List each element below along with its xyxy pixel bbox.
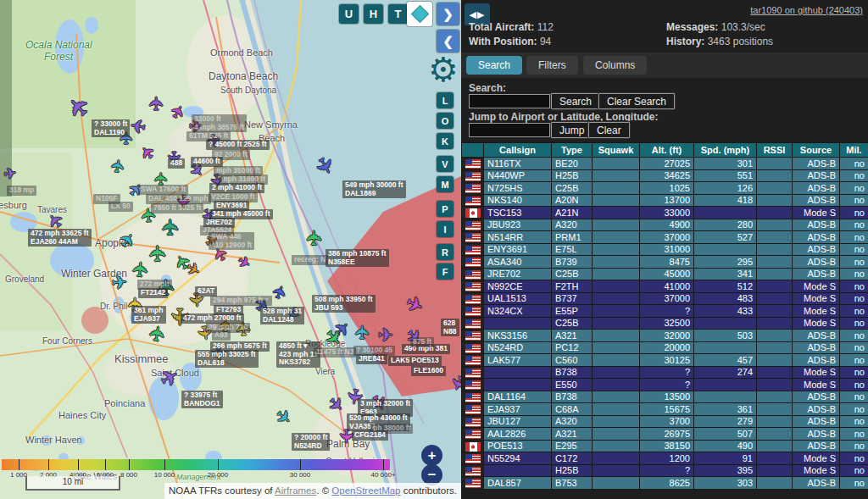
aircraft-icon[interactable]: ✈	[146, 324, 169, 344]
table-row[interactable]: JBU923A3204900280ADS-Bno	[462, 219, 868, 231]
aircraft-icon[interactable]: ✈	[353, 324, 372, 340]
map-button-f[interactable]: F	[437, 263, 453, 280]
aircraft-icon[interactable]: ✈	[3, 165, 18, 182]
aircraft-icon[interactable]: ✈	[159, 218, 181, 236]
aircraft-label[interactable]: 555 mph 33025 ftDAL618	[195, 350, 259, 368]
table-row[interactable]: JRE702C25B45000341ADS-Bno	[462, 268, 868, 280]
table-row[interactable]: C25B32500Mode Sno	[462, 317, 868, 330]
tab-filters[interactable]: Filters	[526, 56, 578, 75]
aircraft-label[interactable]: ? 20000 ftN524RD	[292, 433, 330, 451]
clear-search-button[interactable]: Clear Search	[598, 93, 675, 109]
table-row[interactable]: N725HSC25B1025126ADS-Bno	[462, 182, 868, 195]
zoom-in-button[interactable]: +	[421, 445, 442, 466]
table-row[interactable]: ASA340B7398475295ADS-Bno	[462, 256, 868, 269]
map-button-r[interactable]: R	[437, 244, 453, 260]
table-row[interactable]: H25B?395Mode Sno	[462, 464, 868, 477]
column-header[interactable]: Spd. (mph)	[694, 143, 757, 158]
table-row[interactable]: AAL2826A32126975507ADS-Bno	[462, 428, 868, 441]
aircraft-label[interactable]: ? 33975 ftBANDOG1	[181, 391, 223, 408]
aircraft-icon[interactable]: ✈	[304, 230, 325, 247]
table-row[interactable]: N324CXE55P?433Mode Sno	[462, 305, 868, 318]
aircraft-label[interactable]: 488	[168, 158, 185, 169]
map[interactable]: Ocala NationalForestOrmond BeachDaytona …	[0, 0, 461, 499]
table-row[interactable]: N440WPH25B34625551ADS-Bno	[462, 169, 868, 182]
aircraft-icon[interactable]: ✈	[147, 244, 169, 263]
column-header[interactable]: RSSI	[757, 143, 793, 158]
aircraft-label[interactable]: N105F	[93, 194, 120, 204]
tab-columns[interactable]: Columns	[583, 56, 647, 75]
aircraft-label[interactable]: 44600 ft	[191, 157, 223, 167]
airframes-link[interactable]: Airframes	[275, 485, 316, 496]
tab-search[interactable]: Search	[466, 56, 522, 75]
aircraft-label[interactable]: ? 33000 ftDAL1190	[92, 119, 130, 137]
table-row[interactable]: JBU127A3203700279ADS-Bno	[462, 415, 868, 428]
table-row[interactable]: NKS140A20N13700418ADS-Bno	[462, 194, 868, 207]
aircraft-label[interactable]: ? 45000 ft 2525 ft	[206, 140, 270, 150]
aircraft-label[interactable]: CFG2184	[352, 430, 388, 441]
table-row[interactable]: N116TXBE2027025301ADS-Bno	[462, 158, 868, 170]
aircraft-label[interactable]: 508 mph 33950 ftJBU 593	[312, 295, 376, 313]
map-button-p[interactable]: P	[437, 201, 453, 217]
table-row[interactable]: B738?274Mode Sno	[462, 366, 868, 379]
aircraft-icon[interactable]: ✈	[130, 260, 152, 279]
aircraft-label[interactable]: 62AT	[195, 286, 217, 297]
map-button-v[interactable]: V	[437, 156, 453, 172]
column-header[interactable]: Type	[552, 143, 593, 158]
github-link[interactable]: tar1090 on github (240403)	[750, 5, 863, 15]
aircraft-label[interactable]: 386 mph 10875 ftN358EE	[326, 249, 389, 267]
aircraft-label[interactable]: 318 mp	[7, 186, 36, 196]
aircraft-label[interactable]: 2 mph 41000 ft	[209, 183, 264, 193]
aircraft-label[interactable]: SWA 17600 ft	[138, 185, 188, 195]
jump-input[interactable]	[469, 123, 550, 137]
table-row[interactable]: TSC153A21N33000Mode Sno	[462, 207, 868, 219]
map-button-u[interactable]: U	[339, 4, 359, 24]
aircraft-label[interactable]: 294 mph 975 ft▼	[210, 296, 272, 306]
aircraft-label[interactable]: 628N88	[441, 319, 459, 336]
column-header[interactable]: Source	[793, 143, 840, 158]
clear-jump-button[interactable]: Clear	[588, 122, 630, 138]
aircraft-icon[interactable]: ✈	[153, 172, 170, 186]
column-header[interactable]: Mil.	[840, 143, 868, 158]
aircraft-icon[interactable]: ✈	[378, 326, 393, 345]
openstreetmap-link[interactable]: OpenStreetMap	[331, 485, 400, 496]
map-button-m[interactable]: M	[437, 176, 453, 192]
map-button-t[interactable]: T	[388, 4, 408, 24]
aircraft-label[interactable]: LAK5 POE513	[388, 356, 442, 366]
aircraft-label[interactable]: DAL 450 129 mph	[146, 194, 211, 204]
table-row[interactable]: ENY3691E75L31000ADS-Bno	[462, 243, 868, 256]
table-row[interactable]: N514RRPRM137000527ADS-Bno	[462, 231, 868, 244]
column-header[interactable]	[462, 143, 484, 158]
map-button-i[interactable]: I	[437, 221, 453, 237]
aircraft-icon[interactable]: ✈	[108, 158, 128, 175]
search-button[interactable]: Search	[551, 93, 600, 109]
aircraft-icon[interactable]: ✈	[111, 273, 128, 293]
aircraft-label[interactable]: 472 mph 27000 ft	[181, 313, 244, 324]
table-row[interactable]: N524RDPC1220000ADS-Bno	[462, 341, 868, 354]
collapse-panel-button[interactable]: ❮	[437, 30, 459, 53]
column-header[interactable]: Callsign	[484, 143, 552, 158]
aircraft-label[interactable]: 11475 ft N3	[314, 347, 356, 358]
aircraft-label[interactable]: 875 ft	[410, 337, 434, 347]
table-row[interactable]: NKS3156A32132000503ADS-Bno	[462, 330, 868, 342]
jump-button[interactable]: Jump	[551, 122, 593, 138]
expand-panel-button[interactable]: ❯	[437, 3, 459, 25]
aircraft-icon[interactable]: ✈	[147, 96, 166, 111]
map-button-k[interactable]: K	[437, 133, 453, 149]
table-row[interactable]: DAL857B7538625303ADS-Bno	[462, 477, 868, 490]
table-row[interactable]: N992CEF2TH41000512Mode Sno	[462, 280, 868, 293]
aircraft-label[interactable]: SWA 446410 12900 ft	[209, 232, 254, 250]
layers-button[interactable]	[407, 2, 432, 26]
aircraft-label[interactable]: A93	[212, 330, 231, 341]
aircraft-label[interactable]: 33000 ft4 mph 38575 ft	[192, 114, 247, 132]
aircraft-label[interactable]: 361 mphEJA937	[131, 306, 166, 324]
table-row[interactable]: DAL1164B73813500ADS-Bno	[462, 391, 868, 403]
aircraft-label[interactable]: FLE1600	[411, 366, 446, 376]
search-input[interactable]	[469, 94, 550, 108]
map-button-l[interactable]: L	[437, 92, 453, 108]
table-row[interactable]: EJA937C68A15675361ADS-Bno	[462, 403, 868, 416]
settings-gear-icon[interactable]: ⚙	[428, 53, 459, 86]
column-header[interactable]: Squawk	[593, 143, 640, 158]
aircraft-label[interactable]: FT2142	[138, 288, 168, 298]
aircraft-label[interactable]: 472 mph 33625 ftEJA260 44AM	[28, 229, 92, 247]
map-button-h[interactable]: H	[364, 4, 383, 24]
